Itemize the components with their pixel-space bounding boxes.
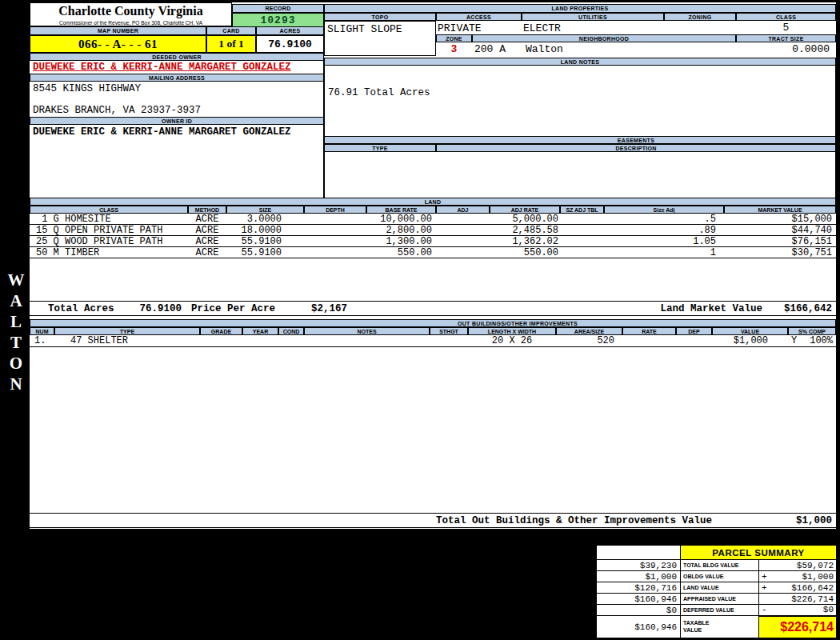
land-sz-adj-tbl: [560, 225, 604, 235]
land-depth: [304, 236, 366, 246]
land-col-adj-rate: ADJ RATE: [490, 206, 560, 214]
utilities-header: UTILITIES: [522, 13, 664, 21]
land-size: 55.9100: [226, 236, 304, 246]
obldg-value-cell: +$1,000: [759, 571, 837, 582]
total-acres-label: Total Acres: [48, 303, 114, 314]
parcel-summary: PARCEL SUMMARY $39,230 TOTAL BLDG VALUE …: [596, 545, 837, 638]
land-depth: [304, 214, 366, 224]
land-notes-bar: LAND NOTES: [324, 58, 836, 66]
ob-sthgt: [430, 335, 468, 346]
ob-col-value: VALUE: [712, 327, 788, 335]
ob-s-comp: Y 100%: [788, 335, 836, 346]
ob-grade: [200, 335, 242, 346]
land-col-size: SIZE: [226, 206, 304, 214]
easement-description-header: DESCRIPTION: [436, 144, 836, 152]
property-record-card: Charlotte County Virginia Commissioner o…: [30, 2, 836, 529]
land-size-adj: 1: [604, 247, 724, 258]
summary-title-row: PARCEL SUMMARY: [597, 546, 837, 560]
land-method: ACRE: [188, 225, 226, 235]
summary-row: $1,000 OBLDG VALUE +$1,000: [597, 571, 837, 582]
land-adj: [436, 236, 490, 246]
land-adj-rate: 2,485.58: [490, 225, 560, 235]
utilities-value: ELECTR: [522, 21, 664, 34]
ob-col-type: TYPE: [54, 327, 200, 335]
acres-header: ACRES: [256, 26, 324, 35]
land-sz-adj-tbl: [560, 236, 604, 246]
ob-col-dep: DEP: [676, 327, 712, 335]
land-adj-rate: 550.00: [490, 247, 560, 258]
price-per-acre-value: $2,167: [311, 303, 347, 314]
ob-col-grade: GRADE: [200, 327, 242, 335]
prior-deferred-value: $0: [597, 605, 681, 616]
easements-bar: EASEMENTS: [324, 136, 836, 144]
land-market-value-label: Land Market Value: [660, 303, 762, 314]
ob-col-area-size: AREA/SIZE: [556, 327, 622, 335]
ob-value: $1,000: [712, 335, 788, 346]
sign: -: [762, 605, 767, 614]
zoning-header: ZONING: [664, 13, 736, 21]
topo-header: TOPO: [324, 13, 436, 21]
land-col-size-adj: Size Adj: [604, 206, 724, 214]
ob-percent-complete: 100%: [810, 335, 833, 346]
land-market-value-total: $166,642: [784, 303, 832, 314]
record-header: RECORD: [232, 4, 324, 13]
land-table-body: 1 G HOMESITE ACRE 3.0000 10,000.00 5,000…: [30, 214, 836, 258]
ob-notes: [304, 335, 430, 346]
mailing-address-header: MAILING ADDRESS: [30, 74, 324, 82]
land-class: 50 M TIMBER: [30, 247, 188, 258]
prior-taxable-value: $160,946: [597, 616, 681, 638]
land-section-bar: LAND: [30, 198, 836, 206]
summary-taxable-row: $160,946 TAXABLE VALUE $226,714: [597, 616, 837, 638]
owner-id-value: DUEWEKE ERIC & KERRI-ANNE MARGARET GONZA…: [30, 126, 324, 138]
total-bldg-value: $59,072: [797, 561, 834, 570]
ob-rate: [622, 335, 676, 346]
ob-col-length-width: LENGTH X WIDTH: [468, 327, 556, 335]
land-col-depth: DEPTH: [304, 206, 366, 214]
land-class: 1 G HOMESITE: [30, 214, 188, 224]
land-sz-adj-tbl: [560, 247, 604, 258]
total-bldg-value-label: TOTAL BLDG VALUE: [681, 560, 759, 571]
zone-area-value: 200 A: [474, 42, 526, 55]
appraised-value-label: APPRAISED VALUE: [681, 594, 759, 605]
neighborhood-value: Walton: [526, 42, 734, 55]
class-value: 5: [736, 21, 836, 34]
land-base-rate: 550.00: [366, 247, 436, 258]
land-depth: [304, 225, 366, 235]
summary-empty-cell: [597, 546, 681, 560]
land-value-cell: +$166,642: [759, 582, 837, 594]
address-line-1: 8545 KINGS HIGHWAY: [30, 82, 324, 95]
land-table-header: CLASS METHOD SIZE DEPTH BASE RATE ADJ AD…: [30, 206, 836, 214]
taxable-value-label-text: TAXABLE VALUE: [683, 620, 718, 633]
ob-type: 47 SHELTER: [54, 335, 200, 346]
deferred-value: $0: [823, 605, 834, 614]
out-buildings-header: NUM TYPE GRADE YEAR COND NOTES STHGT LEN…: [30, 327, 836, 335]
price-per-acre-label: Price Per Acre: [191, 303, 275, 314]
out-buildings-bar: OUT BUILDINGS/OTHER IMPROVEMENTS: [30, 319, 836, 327]
land-size: 55.9100: [226, 247, 304, 258]
record-value: 10293: [232, 13, 324, 27]
land-size-adj: 1.05: [604, 236, 724, 246]
zone-value: 3: [436, 42, 472, 55]
tract-size-header: TRACT SIZE: [736, 34, 836, 42]
ob-col-cond: COND: [278, 327, 304, 335]
ob-col-rate: RATE: [622, 327, 676, 335]
out-buildings-total-row: Total Out Buildings & Other Improvements…: [30, 513, 836, 528]
ob-cond: [278, 335, 304, 346]
land-col-class: CLASS: [30, 206, 188, 214]
obldg-value: $1,000: [802, 572, 834, 582]
district-watermark: WALTON: [6, 270, 26, 395]
land-value-label: LAND VALUE: [681, 582, 759, 594]
land-base-rate: 2,800.00: [366, 225, 436, 235]
land-method: ACRE: [188, 214, 226, 224]
easement-type-header: TYPE: [324, 144, 436, 152]
access-value: PRIVATE: [436, 21, 522, 34]
tract-size-value: 0.0000: [736, 42, 836, 55]
ob-area-size: 520: [556, 335, 622, 346]
easements-empty-area: [324, 152, 836, 198]
summary-row: $160,946 APPRAISED VALUE $226,714: [597, 594, 837, 605]
neighborhood-header: NEIGHBORHOOD: [472, 34, 736, 42]
ob-complete-flag: Y: [791, 335, 797, 346]
land-depth: [304, 247, 366, 258]
owner-id-header: OWNER ID: [30, 117, 324, 125]
land-value: $166,642: [791, 583, 834, 593]
